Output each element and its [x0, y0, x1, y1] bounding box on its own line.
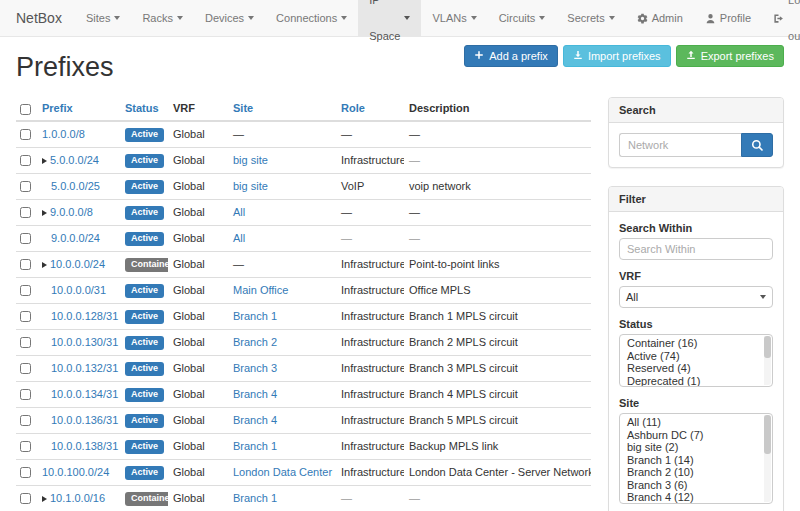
column-header-prefix[interactable]: Prefix	[37, 97, 120, 121]
nav-item-admin[interactable]: Admin	[626, 0, 694, 36]
site-listbox[interactable]: All (11)Ashburn DC (7)big site (2)Branch…	[619, 413, 773, 504]
import-prefixes-button[interactable]: Import prefixes	[563, 45, 671, 67]
search-input[interactable]	[619, 133, 741, 157]
site-link[interactable]: Branch 4	[233, 388, 277, 400]
status-badge[interactable]: Active	[125, 362, 164, 376]
row-checkbox[interactable]	[20, 363, 31, 374]
column-header-site[interactable]: Site	[228, 97, 336, 121]
site-link[interactable]: Branch 1	[233, 310, 277, 322]
prefix-link[interactable]: 10.0.0.0/31	[51, 284, 106, 296]
row-checkbox[interactable]	[20, 415, 31, 426]
prefix-link[interactable]: 9.0.0.0/8	[50, 206, 93, 218]
row-checkbox[interactable]	[20, 493, 31, 504]
prefix-link[interactable]: 10.0.0.132/31	[51, 362, 118, 374]
status-badge[interactable]: Active	[125, 310, 164, 324]
site-link[interactable]: big site	[233, 180, 268, 192]
listbox-option[interactable]: Branch 1 (14)	[620, 454, 772, 467]
nav-item-devices[interactable]: Devices	[194, 0, 265, 36]
status-badge[interactable]: Active	[125, 128, 164, 142]
status-badge[interactable]: Active	[125, 466, 164, 480]
prefix-link[interactable]: 10.0.0.0/24	[50, 258, 105, 270]
row-checkbox[interactable]	[20, 389, 31, 400]
search-button[interactable]	[741, 133, 773, 157]
row-checkbox[interactable]	[20, 467, 31, 478]
row-checkbox[interactable]	[20, 129, 31, 140]
prefix-link[interactable]: 5.0.0.0/24	[50, 154, 99, 166]
row-checkbox[interactable]	[20, 285, 31, 296]
site-link[interactable]: Main Office	[233, 284, 288, 296]
site-link[interactable]: All	[233, 232, 245, 244]
prefix-link[interactable]: 10.0.0.128/31	[51, 310, 118, 322]
site-link[interactable]: All	[233, 206, 245, 218]
status-badge[interactable]: Active	[125, 336, 164, 350]
scrollbar[interactable]	[764, 415, 771, 502]
brand[interactable]: NetBox	[0, 0, 75, 36]
add-a-prefix-button[interactable]: Add a prefix	[464, 45, 558, 67]
row-checkbox[interactable]	[20, 441, 31, 452]
nav-item-racks[interactable]: Racks	[131, 0, 194, 36]
export-prefixes-button[interactable]: Export prefixes	[676, 45, 784, 67]
listbox-option[interactable]: All (11)	[620, 416, 772, 429]
nav-item-log-out[interactable]: Log out	[762, 0, 800, 36]
site-link[interactable]: Branch 2	[233, 336, 277, 348]
status-badge[interactable]: Active	[125, 284, 164, 298]
row-checkbox[interactable]	[20, 155, 31, 166]
row-checkbox[interactable]	[20, 259, 31, 270]
prefix-link[interactable]: 1.0.0.0/8	[42, 128, 85, 140]
prefix-link[interactable]: 10.0.0.136/31	[51, 414, 118, 426]
prefix-link[interactable]: 5.0.0.0/25	[51, 180, 100, 192]
listbox-option[interactable]: Branch 5 (7)	[620, 504, 772, 505]
listbox-option[interactable]: Branch 3 (6)	[620, 479, 772, 492]
row-checkbox[interactable]	[20, 311, 31, 322]
site-link[interactable]: Branch 1	[233, 440, 277, 452]
row-checkbox[interactable]	[20, 233, 31, 244]
status-badge[interactable]: Active	[125, 388, 164, 402]
listbox-option[interactable]: Ashburn DC (7)	[620, 429, 772, 442]
nav-item-ip-space[interactable]: IP Space	[358, 0, 421, 36]
prefix-link[interactable]: 10.0.0.130/31	[51, 336, 118, 348]
status-badge[interactable]: Active	[125, 180, 164, 194]
prefix-link[interactable]: 10.0.0.138/31	[51, 440, 118, 452]
status-badge[interactable]: Active	[125, 440, 164, 454]
listbox-option[interactable]: Active (74)	[620, 350, 772, 363]
listbox-option[interactable]: Reserved (4)	[620, 362, 772, 375]
status-listbox[interactable]: Container (16)Active (74)Reserved (4)Dep…	[619, 334, 773, 387]
prefix-link[interactable]: 10.0.0.134/31	[51, 388, 118, 400]
nav-item-sites[interactable]: Sites	[75, 0, 131, 36]
nav-item-secrets[interactable]: Secrets	[556, 0, 625, 36]
nav-item-circuits[interactable]: Circuits	[488, 0, 557, 36]
prefix-link[interactable]: 10.1.0.0/16	[50, 492, 105, 504]
listbox-option[interactable]: big site (2)	[620, 441, 772, 454]
row-checkbox[interactable]	[20, 181, 31, 192]
column-header-role[interactable]: Role	[336, 97, 404, 121]
scrollbar-thumb[interactable]	[764, 415, 771, 454]
nav-item-profile[interactable]: Profile	[694, 0, 762, 36]
site-link[interactable]: London Data Center	[233, 466, 332, 478]
prefix-link[interactable]: 9.0.0.0/24	[51, 232, 100, 244]
row-checkbox[interactable]	[20, 337, 31, 348]
site-link[interactable]: big site	[233, 154, 268, 166]
status-badge[interactable]: Active	[125, 232, 164, 246]
search-within-input[interactable]	[619, 238, 773, 260]
listbox-option[interactable]: Container (16)	[620, 337, 772, 350]
site-link[interactable]: Branch 1	[233, 492, 277, 504]
site-link[interactable]: Branch 4	[233, 414, 277, 426]
column-header-status[interactable]: Status	[120, 97, 168, 121]
row-checkbox[interactable]	[20, 207, 31, 218]
nav-item-connections[interactable]: Connections	[265, 0, 358, 36]
vrf-select[interactable]: All	[619, 286, 773, 308]
listbox-option[interactable]: Branch 2 (10)	[620, 466, 772, 479]
scrollbar-thumb[interactable]	[764, 336, 771, 358]
status-badge[interactable]: Active	[125, 206, 164, 220]
scrollbar[interactable]	[764, 336, 771, 385]
listbox-option[interactable]: Deprecated (1)	[620, 375, 772, 388]
status-badge[interactable]: Container	[125, 258, 168, 272]
listbox-option[interactable]: Branch 4 (12)	[620, 491, 772, 504]
status-badge[interactable]: Active	[125, 154, 164, 168]
status-badge[interactable]: Active	[125, 414, 164, 428]
prefix-link[interactable]: 10.0.100.0/24	[42, 466, 109, 478]
nav-item-vlans[interactable]: VLANs	[421, 0, 487, 36]
site-link[interactable]: Branch 3	[233, 362, 277, 374]
select-all-checkbox[interactable]	[20, 104, 31, 115]
status-badge[interactable]: Container	[125, 492, 168, 506]
